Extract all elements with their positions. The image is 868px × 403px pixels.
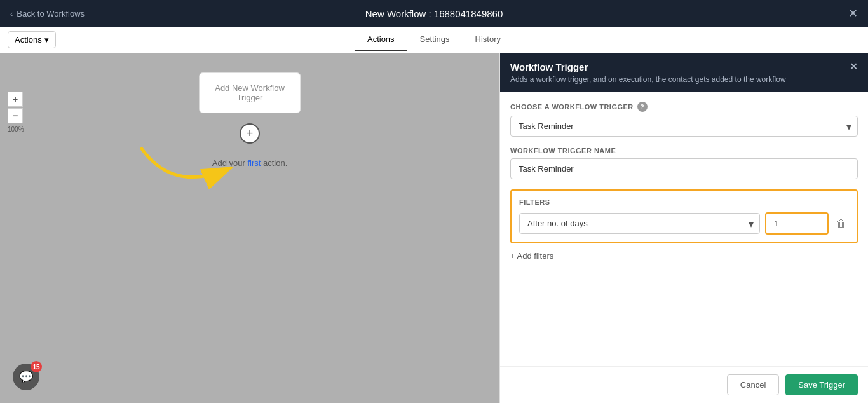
back-to-workflows-link[interactable]: ‹ Back to Workflows [10, 9, 85, 18]
filter-row: After no. of days Before no. of days On … [519, 212, 849, 235]
first-link[interactable]: first [247, 158, 261, 168]
panel-subtitle: Adds a workflow trigger, and on executio… [510, 75, 858, 84]
trigger-line2: Trigger [215, 93, 285, 102]
arrow-annotation [135, 136, 237, 200]
choose-trigger-label: CHOOSE A WORKFLOW TRIGGER ? [510, 102, 858, 112]
panel-close-icon[interactable]: ✕ [850, 61, 858, 72]
tab-history[interactable]: History [463, 28, 513, 51]
main-area: + − 100% Add New Workflow Trigger + Add … [0, 53, 868, 403]
add-filters-label: + Add filters [510, 251, 553, 261]
trigger-name-input[interactable] [510, 158, 858, 179]
back-label: Back to Workflows [17, 9, 85, 18]
close-panel-icon[interactable]: ✕ [848, 6, 858, 20]
chat-icon: 💬 [19, 370, 33, 384]
filter-days-input[interactable] [765, 212, 829, 235]
actions-label: Actions [15, 35, 42, 44]
chat-badge: 15 [31, 361, 42, 372]
save-trigger-button[interactable]: Save Trigger [785, 374, 858, 395]
panel-footer: Cancel Save Trigger [500, 366, 868, 403]
trigger-select-wrapper: Task Reminder Contact Created Appointmen… [510, 116, 858, 137]
chat-bubble[interactable]: 💬 15 [13, 364, 39, 390]
actions-chevron-icon: ▾ [44, 35, 49, 44]
trigger-select[interactable]: Task Reminder Contact Created Appointmen… [510, 116, 858, 137]
filters-section: FILTERS After no. of days Before no. of … [510, 189, 858, 243]
cancel-button[interactable]: Cancel [727, 374, 779, 395]
top-nav: ‹ Back to Workflows New Workflow : 16880… [0, 0, 868, 27]
right-panel: Workflow Trigger ✕ Adds a workflow trigg… [499, 53, 868, 403]
tab-settings[interactable]: Settings [407, 28, 463, 51]
toolbar: Actions ▾ Actions Settings History [0, 27, 868, 53]
add-filters-link[interactable]: + Add filters [510, 251, 858, 261]
panel-body: CHOOSE A WORKFLOW TRIGGER ? Task Reminde… [500, 92, 868, 366]
canvas-area: + − 100% Add New Workflow Trigger + Add … [0, 53, 499, 403]
add-action-circle[interactable]: + [240, 123, 260, 144]
filter-delete-button[interactable]: 🗑 [834, 215, 849, 232]
tab-bar: Actions Settings History [355, 28, 513, 51]
actions-button[interactable]: Actions ▾ [8, 31, 56, 48]
workflow-trigger-box[interactable]: Add New Workflow Trigger [199, 72, 301, 113]
tab-actions[interactable]: Actions [355, 28, 407, 51]
trigger-name-label: WORKFLOW TRIGGER NAME [510, 147, 858, 154]
help-icon[interactable]: ? [637, 102, 648, 112]
filter-type-select[interactable]: After no. of days Before no. of days On … [519, 213, 760, 234]
filters-label: FILTERS [519, 198, 849, 206]
workflow-title: New Workflow : 1688041849860 [365, 8, 503, 19]
filter-select-wrapper: After no. of days Before no. of days On … [519, 213, 760, 234]
panel-header: Workflow Trigger ✕ Adds a workflow trigg… [500, 53, 868, 92]
chevron-left-icon: ‹ [10, 9, 13, 18]
panel-title: Workflow Trigger ✕ [510, 61, 858, 72]
trigger-line1: Add New Workflow [215, 83, 285, 93]
canvas-content: Add New Workflow Trigger + Add your firs… [0, 53, 499, 403]
